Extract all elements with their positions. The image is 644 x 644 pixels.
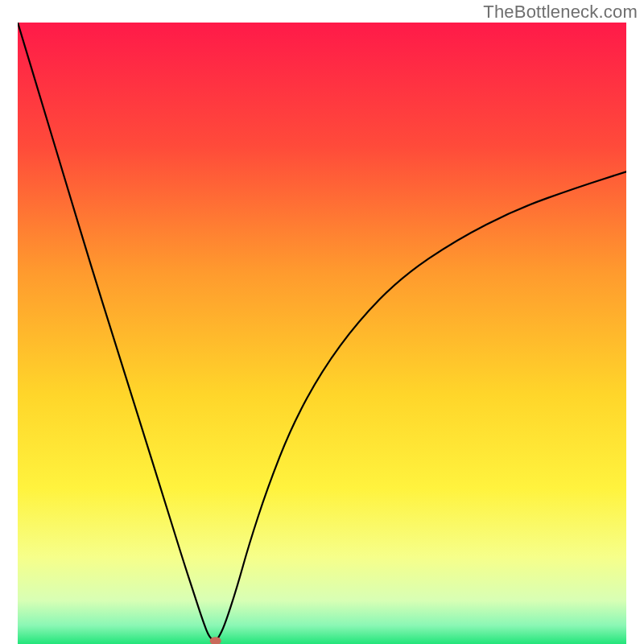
chart-svg (18, 23, 626, 644)
watermark-text: TheBottleneck.com (483, 2, 638, 23)
chart-background (18, 23, 626, 644)
bottleneck-chart (18, 23, 626, 644)
